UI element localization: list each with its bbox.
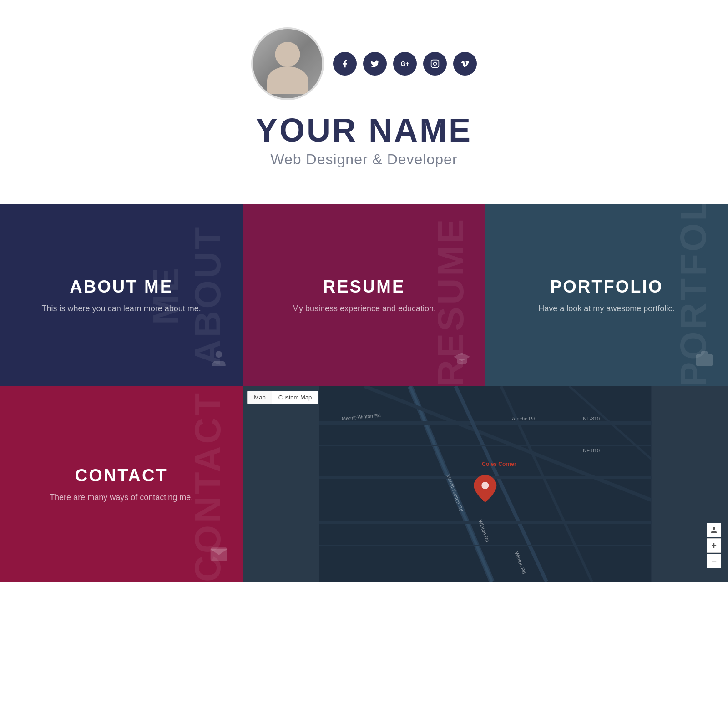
- page-subtitle: Web Designer & Developer: [256, 151, 472, 168]
- about-desc: This is where you can learn more about m…: [42, 304, 201, 313]
- contact-icon: [209, 544, 229, 568]
- svg-text:Coles Corner: Coles Corner: [482, 461, 517, 467]
- contact-desc: There are many ways of contacting me.: [50, 493, 193, 502]
- tile-resume[interactable]: RESUME RESUME My business experience and…: [243, 204, 485, 386]
- zoom-minus-button[interactable]: −: [707, 554, 721, 568]
- googleplus-icon[interactable]: G+: [393, 52, 417, 76]
- portfolio-icon: [694, 349, 714, 373]
- portfolio-desc: Have a look at my awesome portfolio.: [538, 304, 675, 313]
- zoom-person-icon[interactable]: [707, 523, 721, 537]
- resume-icon: [452, 349, 472, 373]
- social-icons: G+: [333, 52, 477, 76]
- vimeo-icon[interactable]: [453, 52, 477, 76]
- facebook-icon[interactable]: [333, 52, 357, 76]
- contact-title: CONTACT: [75, 466, 168, 485]
- twitter-icon[interactable]: [363, 52, 387, 76]
- portfolio-title: PORTFOLIO: [550, 277, 663, 297]
- map-tab-map[interactable]: Map: [248, 391, 272, 404]
- svg-text:NF-810: NF-810: [583, 416, 600, 421]
- svg-rect-0: [431, 60, 439, 68]
- svg-point-26: [713, 527, 715, 530]
- avatar: [251, 27, 324, 100]
- svg-rect-3: [696, 354, 713, 366]
- tile-map: Map Custom Map: [243, 386, 728, 582]
- instagram-icon[interactable]: [423, 52, 447, 76]
- page-name: YOUR NAME: [256, 114, 472, 147]
- svg-point-25: [482, 482, 489, 489]
- tile-portfolio[interactable]: PORTFOLIO PORTFOLIO Have a look at my aw…: [485, 204, 728, 386]
- svg-point-2: [216, 351, 222, 358]
- map-svg: Merritt-Winton Rd Ranche Rd NF-810 NF-81…: [243, 386, 728, 582]
- tile-contact[interactable]: CONTACT CONTACT There are many ways of c…: [0, 386, 243, 582]
- header-section: G+ YOUR NAME Web Designer & Developer: [0, 0, 728, 204]
- svg-text:Ranche Rd: Ranche Rd: [511, 416, 536, 421]
- tile-about[interactable]: ABOUT ME ABOUT ME This is where you can …: [0, 204, 243, 386]
- map-zoom-controls: + −: [707, 523, 721, 568]
- name-title: YOUR NAME Web Designer & Developer: [256, 114, 472, 168]
- svg-text:NF-810: NF-810: [583, 448, 600, 453]
- map-container: Map Custom Map: [243, 386, 728, 582]
- resume-title: RESUME: [323, 277, 405, 297]
- about-title: ABOUT ME: [70, 277, 173, 297]
- resume-desc: My business experience and education.: [292, 304, 436, 313]
- map-tabs: Map Custom Map: [247, 391, 318, 404]
- avatar-social-row: G+: [251, 27, 477, 100]
- zoom-plus-button[interactable]: +: [707, 538, 721, 553]
- map-tab-custom[interactable]: Custom Map: [272, 391, 318, 404]
- section-grid: ABOUT ME ABOUT ME This is where you can …: [0, 204, 728, 582]
- about-icon: [209, 349, 229, 373]
